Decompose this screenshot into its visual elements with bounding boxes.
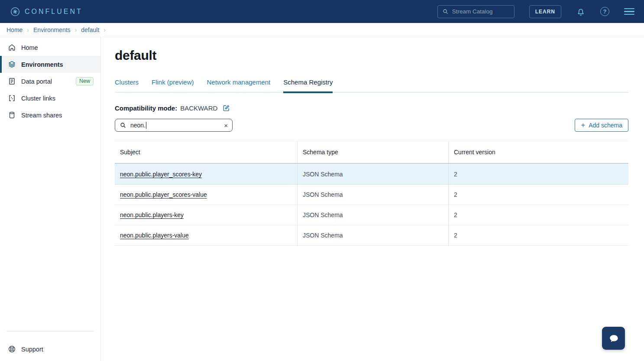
- chevron-right-icon: ›: [75, 26, 77, 33]
- sidebar-item-label: Environments: [21, 61, 63, 68]
- confluent-logo-icon: [10, 7, 20, 16]
- plus-icon: +: [581, 121, 585, 129]
- cylinder-icon: [8, 111, 16, 119]
- edit-compatibility-icon[interactable]: [223, 104, 230, 112]
- chevron-right-icon: ›: [104, 26, 106, 33]
- brackets-icon: [8, 94, 16, 102]
- subject-search-value: neon.: [130, 122, 146, 129]
- subject-link[interactable]: neon.public.player_scores-key: [120, 171, 202, 178]
- current-version-cell: 2: [449, 185, 628, 205]
- text-cursor: [146, 122, 146, 129]
- search-icon: [442, 8, 449, 15]
- life-ring-icon: [8, 345, 16, 353]
- column-header-subject: Subject: [115, 141, 298, 163]
- compatibility-mode-value: BACKWARD: [180, 104, 217, 112]
- subject-link[interactable]: neon.public.players-key: [120, 211, 184, 218]
- subject-link[interactable]: neon.public.player_scores-value: [120, 191, 207, 198]
- sidebar-item-label: Stream shares: [21, 112, 62, 119]
- sidebar-item-stream-shares[interactable]: Stream shares: [0, 107, 100, 124]
- page-title: default: [115, 48, 628, 63]
- schema-type-cell: JSON Schema: [298, 205, 449, 225]
- sidebar-divider: [6, 331, 94, 332]
- confluent-brand[interactable]: CONFLUENT: [10, 7, 83, 16]
- sidebar-item-data-portal[interactable]: Data portal New: [0, 73, 100, 90]
- main-content: default Clusters Flink (preview) Network…: [101, 37, 644, 361]
- tab-flink-preview[interactable]: Flink (preview): [152, 78, 194, 93]
- table-header-row: Subject Schema type Current version: [115, 141, 628, 163]
- sidebar-item-support[interactable]: Support: [0, 341, 100, 358]
- clear-search-icon[interactable]: ×: [224, 122, 228, 129]
- sidebar-item-label: Home: [21, 44, 38, 51]
- current-version-cell: 2: [449, 164, 628, 184]
- table-row[interactable]: neon.public.players-key JSON Schema 2: [115, 205, 628, 225]
- layers-icon: [8, 60, 16, 68]
- breadcrumb-environments[interactable]: Environments: [33, 26, 71, 33]
- sidebar-item-environments[interactable]: Environments: [0, 56, 100, 73]
- current-version-cell: 2: [449, 205, 628, 225]
- document-icon: [8, 77, 16, 85]
- compatibility-mode-label: Compatibility mode:: [115, 104, 177, 112]
- speech-bubble-icon: [607, 332, 620, 345]
- sidebar-item-label: Cluster links: [21, 95, 55, 102]
- add-schema-button[interactable]: + Add schema: [575, 119, 628, 132]
- tab-clusters[interactable]: Clusters: [115, 78, 139, 93]
- current-version-cell: 2: [449, 225, 628, 245]
- breadcrumb-home[interactable]: Home: [6, 26, 23, 33]
- subject-search-input[interactable]: neon. ×: [115, 119, 233, 132]
- table-row[interactable]: neon.public.players-value JSON Schema 2: [115, 225, 628, 246]
- hamburger-menu-icon[interactable]: [624, 8, 634, 15]
- subject-link[interactable]: neon.public.players-value: [120, 232, 189, 239]
- sidebar-item-home[interactable]: Home: [0, 39, 100, 56]
- stream-catalog-input[interactable]: [452, 8, 510, 15]
- tab-schema-registry[interactable]: Schema Registry: [283, 78, 333, 93]
- sidebar: Home Environments Data portal New: [0, 37, 101, 361]
- chevron-right-icon: ›: [27, 26, 29, 33]
- help-icon[interactable]: ?: [600, 7, 609, 16]
- sidebar-item-label: Support: [21, 346, 43, 353]
- brand-name: CONFLUENT: [25, 8, 83, 16]
- tab-network-management[interactable]: Network management: [207, 78, 271, 93]
- schema-registry-table: Subject Schema type Current version neon…: [115, 141, 628, 246]
- notifications-bell-icon[interactable]: [576, 7, 586, 16]
- new-badge: New: [76, 77, 94, 85]
- search-icon: [120, 122, 126, 129]
- schema-type-cell: JSON Schema: [298, 225, 449, 245]
- home-icon: [8, 43, 16, 52]
- column-header-schema-type: Schema type: [298, 141, 449, 163]
- learn-button[interactable]: LEARN: [529, 5, 561, 18]
- schema-type-cell: JSON Schema: [298, 185, 449, 205]
- tab-bar: Clusters Flink (preview) Network managem…: [115, 78, 628, 93]
- chat-widget-button[interactable]: [602, 327, 625, 350]
- table-row[interactable]: neon.public.player_scores-key JSON Schem…: [115, 163, 628, 185]
- stream-catalog-search[interactable]: [437, 5, 515, 18]
- add-schema-label: Add schema: [589, 122, 622, 129]
- sidebar-item-label: Data portal: [21, 78, 52, 85]
- table-toolbar: neon. × + Add schema: [115, 119, 628, 132]
- column-header-current-version: Current version: [449, 141, 628, 163]
- top-navbar: CONFLUENT LEARN ?: [0, 0, 644, 23]
- breadcrumb: Home › Environments › default ›: [0, 23, 644, 37]
- breadcrumb-default[interactable]: default: [81, 26, 99, 33]
- sidebar-item-cluster-links[interactable]: Cluster links: [0, 90, 100, 107]
- table-row[interactable]: neon.public.player_scores-value JSON Sch…: [115, 185, 628, 205]
- compatibility-mode-row: Compatibility mode: BACKWARD: [115, 104, 628, 112]
- schema-type-cell: JSON Schema: [298, 164, 449, 184]
